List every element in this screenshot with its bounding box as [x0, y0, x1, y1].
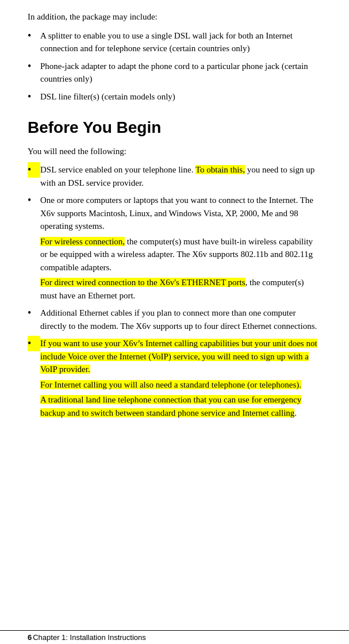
list-item: • DSL line filter(s) (certain models onl…: [28, 90, 321, 105]
list-item-computers-text: One or more computers or laptops that yo…: [40, 194, 321, 302]
page-container: In addition, the package may include: • …: [0, 0, 349, 464]
you-will-need-text: You will need the following:: [28, 145, 321, 158]
page-number: 6: [28, 633, 32, 642]
bullet-highlight-icon: •: [28, 162, 40, 178]
wired-highlight: For direct wired connection to the X6v's…: [40, 278, 246, 287]
dsl-text-before: DSL service enabled on your telephone li…: [40, 165, 195, 174]
sub-block-traditional: A traditional land line telephone connec…: [40, 393, 321, 419]
bullet-icon: •: [28, 28, 40, 44]
list-item-dsl: • DSL service enabled on your telephone …: [28, 163, 321, 189]
bullet-icon: •: [28, 59, 40, 74]
list-item: • Phone-jack adapter to adapt the phone …: [28, 60, 321, 86]
calling-highlight: For Internet calling you will also need …: [40, 380, 301, 389]
list-item-ethernet-text: Additional Ethernet cables if you plan t…: [40, 306, 321, 332]
computers-main-text: One or more computers or laptops that yo…: [40, 195, 313, 231]
traditional-rest: .: [294, 408, 297, 417]
wireless-highlight: For wireless connection,: [40, 237, 125, 246]
list-item-text: A splitter to enable you to use a single…: [40, 29, 321, 55]
list-item-text: Phone-jack adapter to adapt the phone co…: [40, 60, 321, 86]
bullet-icon: •: [28, 89, 40, 105]
list-item-dsl-text: DSL service enabled on your telephone li…: [40, 163, 321, 189]
list-item-voip-text: If you want to use your X6v’s Internet c…: [40, 337, 321, 419]
sub-block-calling: For Internet calling you will also need …: [40, 378, 321, 392]
footer: 6 Chapter 1: Installation Instructions: [0, 630, 349, 644]
sub-block-wireless: For wireless connection, the computer(s)…: [40, 235, 321, 274]
intro-bullet-list: • A splitter to enable you to use a sing…: [28, 29, 321, 105]
voip-main-highlight: If you want to use your X6v’s Internet c…: [40, 339, 317, 374]
list-item-ethernet: • Additional Ethernet cables if you plan…: [28, 306, 321, 332]
sub-block-wired: For direct wired connection to the X6v's…: [40, 276, 321, 302]
traditional-highlight: A traditional land line telephone connec…: [40, 395, 301, 417]
list-item-voip: • If you want to use your X6v’s Internet…: [28, 337, 321, 419]
chapter-label: Chapter 1: Installation Instructions: [33, 633, 146, 642]
section-heading: Before You Begin: [28, 118, 321, 137]
main-bullet-list: • DSL service enabled on your telephone …: [28, 163, 321, 419]
list-item-text: DSL line filter(s) (certain models only): [40, 90, 321, 103]
bullet-highlight-voip-icon: •: [28, 336, 40, 351]
bullet-icon: •: [28, 193, 40, 208]
bullet-icon: •: [28, 305, 40, 321]
dsl-highlight: To obtain this,: [195, 165, 245, 174]
list-item-computers: • One or more computers or laptops that …: [28, 194, 321, 302]
intro-text: In addition, the package may include:: [28, 10, 321, 24]
list-item: • A splitter to enable you to use a sing…: [28, 29, 321, 55]
